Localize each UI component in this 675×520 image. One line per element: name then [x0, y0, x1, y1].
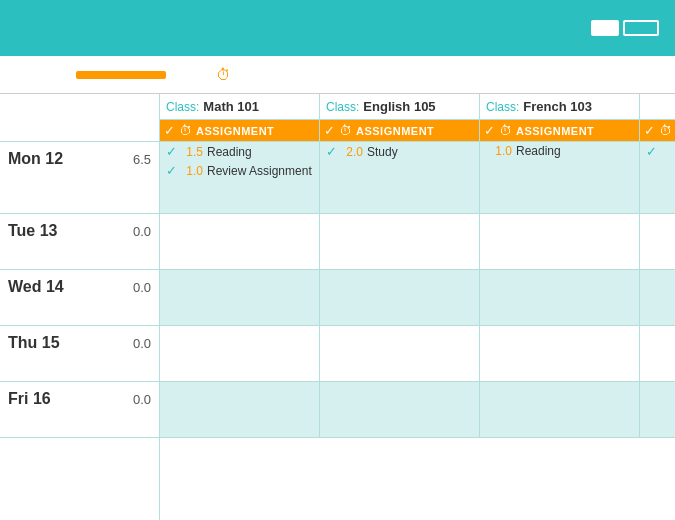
class-cell-1-4[interactable] — [320, 382, 480, 438]
class-cell-0-4[interactable] — [160, 382, 320, 438]
class-label-0: Class: — [166, 100, 199, 114]
check-icon-0: ✓ — [164, 123, 175, 138]
check-icon-1: ✓ — [324, 123, 335, 138]
class-label-1: Class: — [326, 100, 359, 114]
class-column-0: Class: Math 101 ✓ ⏱ ASSIGNMENT ✓ 1.5 Rea… — [160, 94, 320, 520]
day-row-1: Tue 13 0.0 — [0, 214, 159, 270]
item-check-last-0: ✓ — [646, 144, 657, 159]
day-name-3: Thu 15 — [8, 334, 133, 352]
classes-area: Class: Math 101 ✓ ⏱ ASSIGNMENT ✓ 1.5 Rea… — [160, 94, 675, 520]
day-row-3: Thu 15 0.0 — [0, 326, 159, 382]
class-cell-2-1[interactable] — [480, 214, 640, 270]
assignment-item-last-0[interactable]: ✓ — [640, 142, 675, 161]
class-name-0: Math 101 — [203, 99, 259, 114]
class-cell-0-0[interactable]: ✓ 1.5 Reading ✓ 1.0 Review Assignment — [160, 142, 320, 214]
class-cell-3-2[interactable] — [640, 270, 675, 326]
day-total-4: 0.0 — [133, 392, 151, 407]
item-name-2-0-0: Reading — [516, 144, 561, 158]
header-buttons — [591, 20, 659, 36]
class-name-1: English 105 — [363, 99, 435, 114]
class-cell-3-1[interactable] — [640, 214, 675, 270]
clock-icon-2: ⏱ — [499, 123, 512, 138]
day-total-1: 0.0 — [133, 224, 151, 239]
item-name-0-0-0: Reading — [207, 145, 252, 159]
clock-icon-3: ⏱ — [659, 123, 672, 138]
assignment-item-0-0-1[interactable]: ✓ 1.0 Review Assignment — [160, 161, 319, 180]
class-cell-1-2[interactable] — [320, 270, 480, 326]
day-total-3: 0.0 — [133, 336, 151, 351]
class-column-1: Class: English 105 ✓ ⏱ ASSIGNMENT ✓ 2.0 … — [320, 94, 480, 520]
assignment-text-1: ASSIGNMENT — [356, 125, 434, 137]
day-name-0: Mon 12 — [8, 150, 133, 168]
assignment-header-0: ✓ ⏱ ASSIGNMENT — [160, 120, 320, 142]
class-col-header-2: Class: French 103 — [480, 94, 640, 120]
start-date-label — [8, 68, 68, 81]
assignment-item-0-0-0[interactable]: ✓ 1.5 Reading — [160, 142, 319, 161]
app-header — [0, 0, 675, 56]
item-name-0-0-1: Review Assignment — [207, 164, 312, 178]
day-name-1: Tue 13 — [8, 222, 133, 240]
subheader-row: ⏱ — [0, 56, 675, 94]
check-icon-2: ✓ — [484, 123, 495, 138]
day-total-2: 0.0 — [133, 280, 151, 295]
assignment-text-0: ASSIGNMENT — [196, 125, 274, 137]
day-total-0: 6.5 — [133, 152, 151, 167]
class-cell-0-2[interactable] — [160, 270, 320, 326]
assignment-header-3: ✓ ⏱ — [640, 120, 675, 142]
day-row-4: Fri 16 0.0 — [0, 382, 159, 438]
assignment-header-1: ✓ ⏱ ASSIGNMENT — [320, 120, 480, 142]
item-hours-1-0-0: 2.0 — [341, 145, 363, 159]
item-hours-0-0-1: 1.0 — [181, 164, 203, 178]
new-week-button[interactable] — [591, 20, 619, 36]
check-icon-3: ✓ — [644, 123, 655, 138]
class-cell-2-4[interactable] — [480, 382, 640, 438]
class-label-2: Class: — [486, 100, 519, 114]
class-cell-3-3[interactable] — [640, 326, 675, 382]
class-col-header-1: Class: English 105 — [320, 94, 480, 120]
main-grid: Mon 12 6.5 Tue 13 0.0 Wed 14 0.0 Thu 15 … — [0, 94, 675, 520]
item-check-0-0-1: ✓ — [166, 163, 177, 178]
assignment-item-2-0-0[interactable]: 1.0 Reading — [480, 142, 639, 160]
assignment-text-2: ASSIGNMENT — [516, 125, 594, 137]
days-column: Mon 12 6.5 Tue 13 0.0 Wed 14 0.0 Thu 15 … — [0, 94, 160, 520]
class-cell-0-3[interactable] — [160, 326, 320, 382]
class-cell-2-3[interactable] — [480, 326, 640, 382]
clock-icon-1: ⏱ — [339, 123, 352, 138]
class-cell-1-1[interactable] — [320, 214, 480, 270]
class-cell-1-0[interactable]: ✓ 2.0 Study — [320, 142, 480, 214]
day-name-2: Wed 14 — [8, 278, 133, 296]
class-cell-3-4[interactable] — [640, 382, 675, 438]
clock-icon-0: ⏱ — [179, 123, 192, 138]
class-column-3: ✓ ⏱ ✓ — [640, 94, 675, 520]
day-row-0: Mon 12 6.5 — [0, 142, 159, 214]
assignment-header-2: ✓ ⏱ ASSIGNMENT — [480, 120, 640, 142]
item-hours-2-0-0: 1.0 — [490, 144, 512, 158]
item-check-0-0-0: ✓ — [166, 144, 177, 159]
item-name-1-0-0: Study — [367, 145, 398, 159]
class-cell-2-2[interactable] — [480, 270, 640, 326]
save-button[interactable] — [623, 20, 659, 36]
class-column-2: Class: French 103 ✓ ⏱ ASSIGNMENT 1.0 Rea… — [480, 94, 640, 520]
class-cell-2-0[interactable]: 1.0 Reading — [480, 142, 640, 214]
class-col-header-0: Class: Math 101 — [160, 94, 320, 120]
class-col-header-3 — [640, 94, 675, 120]
days-header-spacer — [0, 94, 159, 142]
class-name-2: French 103 — [523, 99, 592, 114]
day-row-2: Wed 14 0.0 — [0, 270, 159, 326]
class-cell-0-1[interactable] — [160, 214, 320, 270]
day-name-4: Fri 16 — [8, 390, 133, 408]
item-check-1-0-0: ✓ — [326, 144, 337, 159]
class-cell-1-3[interactable] — [320, 326, 480, 382]
assignment-item-1-0-0[interactable]: ✓ 2.0 Study — [320, 142, 479, 161]
item-hours-0-0-0: 1.5 — [181, 145, 203, 159]
clock-icon: ⏱ — [216, 66, 231, 83]
start-date-input[interactable] — [76, 71, 166, 79]
class-cell-3-0[interactable]: ✓ — [640, 142, 675, 214]
